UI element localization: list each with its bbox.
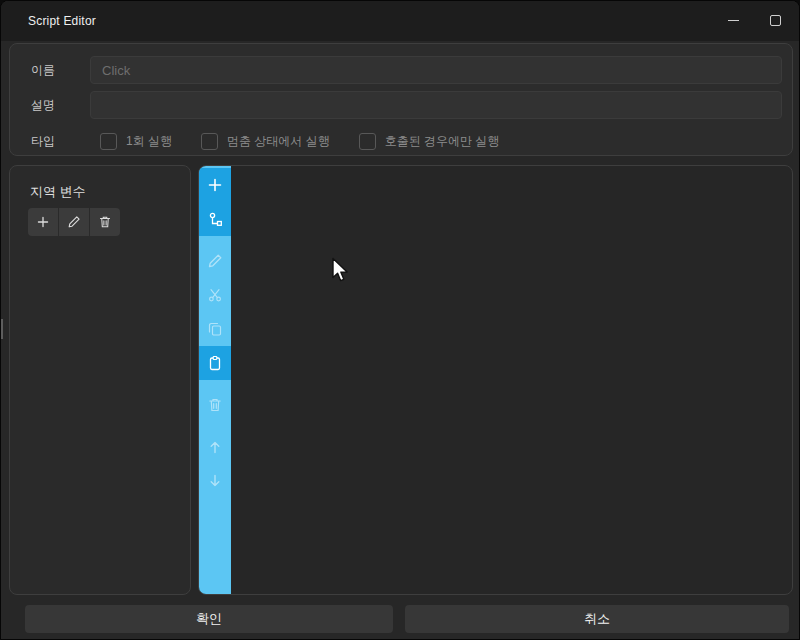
move-step-up-button[interactable] — [199, 430, 231, 464]
delete-variable-button[interactable] — [90, 208, 120, 236]
type-label: 타입 — [10, 133, 90, 150]
name-row: 이름 Click — [10, 56, 782, 84]
arrow-down-icon — [207, 473, 223, 489]
plus-icon — [36, 215, 50, 229]
paste-step-button[interactable] — [199, 346, 231, 380]
description-row: 설명 — [10, 91, 782, 119]
script-canvas[interactable] — [198, 165, 793, 595]
maximize-button[interactable] — [753, 3, 797, 37]
branch-icon — [207, 211, 223, 227]
paste-icon — [207, 355, 223, 371]
edit-step-button[interactable] — [199, 244, 231, 278]
maximize-icon — [770, 15, 781, 26]
add-step-button[interactable] — [199, 168, 231, 202]
window-edge-highlight — [1, 319, 3, 339]
checkbox-icon[interactable] — [201, 133, 218, 150]
minimize-icon — [728, 20, 739, 21]
minimize-button[interactable] — [711, 3, 755, 37]
cancel-button[interactable]: 취소 — [405, 605, 789, 633]
local-variables-title: 지역 변수 — [30, 183, 86, 201]
name-input[interactable]: Click — [90, 56, 782, 84]
window-title: Script Editor — [28, 14, 96, 28]
type-options: 1회 실행 멈춤 상태에서 실행 호출된 경우에만 실행 — [90, 133, 782, 150]
add-branch-button[interactable] — [199, 202, 231, 236]
confirm-button[interactable]: 확인 — [25, 605, 393, 633]
cut-step-button[interactable] — [199, 278, 231, 312]
script-toolbar — [199, 166, 231, 594]
checkbox-run-while-paused[interactable]: 멈춤 상태에서 실행 — [201, 133, 330, 150]
edit-variable-button[interactable] — [59, 208, 89, 236]
delete-step-button[interactable] — [199, 388, 231, 422]
trash-icon — [98, 215, 112, 229]
title-bar: Script Editor — [1, 1, 799, 41]
checkbox-run-once[interactable]: 1회 실행 — [100, 133, 172, 150]
checkbox-icon[interactable] — [100, 133, 117, 150]
name-label: 이름 — [10, 62, 90, 79]
pencil-icon — [67, 215, 81, 229]
description-input[interactable] — [90, 91, 782, 119]
checkbox-label: 멈춤 상태에서 실행 — [227, 133, 330, 150]
checkbox-label: 호출된 경우에만 실행 — [385, 133, 500, 150]
trash-icon — [207, 397, 223, 413]
checkbox-icon[interactable] — [359, 133, 376, 150]
local-variables-panel: 지역 변수 — [9, 165, 191, 595]
add-variable-button[interactable] — [28, 208, 58, 236]
plus-icon — [207, 177, 223, 193]
copy-step-button[interactable] — [199, 312, 231, 346]
copy-icon — [207, 321, 223, 337]
script-editor-window: Script Editor 이름 Click 설명 타입 1회 실행 — [0, 0, 800, 640]
checkbox-label: 1회 실행 — [126, 133, 172, 150]
arrow-up-icon — [207, 439, 223, 455]
script-properties-panel: 이름 Click 설명 타입 1회 실행 멈춤 상태에서 실행 호출된 경우에만 — [9, 43, 793, 156]
local-variables-actions — [28, 208, 120, 236]
description-label: 설명 — [10, 97, 90, 114]
checkbox-run-only-when-called[interactable]: 호출된 경우에만 실행 — [359, 133, 500, 150]
scissors-icon — [207, 287, 223, 303]
type-row: 타입 1회 실행 멈춤 상태에서 실행 호출된 경우에만 실행 — [10, 126, 782, 156]
pencil-icon — [207, 253, 223, 269]
move-step-down-button[interactable] — [199, 464, 231, 498]
